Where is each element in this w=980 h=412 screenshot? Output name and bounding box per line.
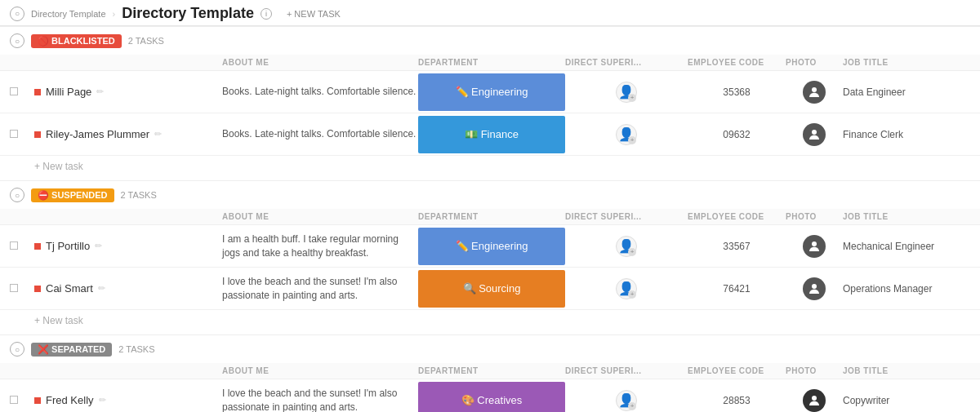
row-checkbox-mini[interactable]: [34, 89, 41, 95]
svg-point-1: [812, 130, 817, 135]
add-supervisor-icon[interactable]: +: [628, 290, 636, 299]
edit-icon[interactable]: ✏: [96, 86, 104, 97]
tasks-count-suspended: 2 TASKS: [121, 190, 157, 200]
tasks-count-separated: 2 TASKS: [118, 344, 154, 354]
sections-container: ○ 🚫 BLACKLISTED 2 TASKS ABOUT MEDEPARTME…: [0, 26, 980, 412]
section-collapse-icon-suspended[interactable]: ○: [10, 188, 24, 202]
col-header-photo: PHOTO: [786, 212, 843, 221]
dept-badge[interactable]: 🔍 Sourcing: [418, 270, 565, 308]
table-row: Cai Smart ✏ I love the beach and the sun…: [0, 268, 980, 310]
photo-avatar: [803, 81, 826, 104]
supervisor-cell: 👤 +: [565, 236, 688, 257]
supervisor-avatar[interactable]: 👤 +: [616, 236, 637, 257]
new-task-row[interactable]: + New task: [0, 156, 980, 180]
edit-icon[interactable]: ✏: [154, 129, 162, 140]
add-supervisor-icon[interactable]: +: [628, 248, 636, 256]
dept-badge[interactable]: ✏️ Engineering: [418, 228, 565, 265]
photo-cell: [786, 235, 843, 258]
row-checkbox-mini[interactable]: [34, 286, 41, 292]
col-header-about-me: ABOUT ME: [222, 212, 418, 221]
section-blacklisted: ○ 🚫 BLACKLISTED 2 TASKS ABOUT MEDEPARTME…: [0, 26, 980, 180]
about-cell: Books. Late-night talks. Comfortable sil…: [222, 127, 418, 141]
row-checkbox[interactable]: [10, 284, 18, 292]
section-collapse-icon-separated[interactable]: ○: [10, 342, 24, 357]
col-header-employee-code: EMPLOYEE CODE: [688, 58, 786, 67]
dept-badge[interactable]: ✏️ Engineering: [418, 73, 565, 111]
job-title-cell: Finance Clerk: [843, 129, 973, 140]
about-cell: I love the beach and the sunset! I'm als…: [222, 275, 418, 303]
row-checkbox[interactable]: [10, 87, 18, 95]
job-title-cell: Copywriter: [843, 395, 973, 406]
supervisor-cell: 👤 +: [565, 124, 688, 145]
photo-avatar: [803, 389, 826, 412]
employee-name: Tj Portillo: [46, 240, 90, 252]
col-header-direct-superi---: DIRECT SUPERI...: [565, 212, 688, 221]
row-checkbox[interactable]: [10, 130, 18, 138]
table-row: Riley-James Plummer ✏ Books. Late-night …: [0, 113, 980, 156]
table-header: ABOUT MEDEPARTMENTDIRECT SUPERI...EMPLOY…: [0, 55, 980, 71]
photo-avatar: [803, 123, 826, 146]
section-header-blacklisted: ○ 🚫 BLACKLISTED 2 TASKS: [0, 26, 980, 55]
col-header-department: DEPARTMENT: [418, 366, 565, 375]
about-cell: I love the beach and the sunset! I'm als…: [222, 387, 418, 412]
col-header-about-me: ABOUT ME: [222, 366, 418, 375]
col-header-job-title: JOB TITLE: [843, 58, 973, 67]
col-header-department: DEPARTMENT: [418, 58, 565, 67]
add-supervisor-icon[interactable]: +: [628, 136, 636, 144]
row-checkbox-mini[interactable]: [34, 397, 41, 404]
status-badge-suspended: ⛔ SUSPENDED: [31, 188, 114, 202]
section-suspended: ○ ⛔ SUSPENDED 2 TASKS ABOUT MEDEPARTMENT…: [0, 180, 980, 334]
section-separated: ○ ❌ SEPARATED 2 TASKS ABOUT MEDEPARTMENT…: [0, 334, 980, 412]
status-badge-blacklisted: 🚫 BLACKLISTED: [31, 34, 122, 48]
edit-icon[interactable]: ✏: [98, 283, 105, 294]
row-checkbox[interactable]: [10, 241, 18, 250]
new-task-button[interactable]: + NEW TASK: [282, 7, 345, 20]
breadcrumb: Directory Template: [31, 9, 106, 19]
page-header: ○ Directory Template › Directory Templat…: [0, 0, 980, 26]
info-icon[interactable]: i: [261, 8, 272, 20]
job-title-cell: Operations Manager: [843, 283, 973, 295]
add-supervisor-icon[interactable]: +: [628, 402, 636, 410]
supervisor-avatar[interactable]: 👤 +: [616, 124, 637, 145]
add-supervisor-icon[interactable]: +: [628, 94, 636, 102]
table-row: Milli Page ✏ Books. Late-night talks. Co…: [0, 71, 980, 113]
photo-cell: [786, 81, 843, 104]
col-header-department: DEPARTMENT: [418, 212, 565, 221]
emp-code-cell: 35368: [688, 86, 786, 98]
col-header-photo: PHOTO: [786, 58, 843, 67]
section-collapse-icon-blacklisted[interactable]: ○: [10, 33, 24, 48]
edit-icon[interactable]: ✏: [99, 395, 106, 405]
row-checkbox[interactable]: [10, 396, 18, 404]
employee-name: Cai Smart: [46, 282, 93, 295]
col-header-job-title: JOB TITLE: [843, 212, 973, 221]
supervisor-avatar[interactable]: 👤 +: [616, 82, 637, 103]
table-row: Fred Kelly ✏ I love the beach and the su…: [0, 379, 980, 412]
employee-name: Riley-James Plummer: [46, 128, 149, 140]
job-title-cell: Mechanical Engineer: [843, 241, 973, 252]
dept-badge[interactable]: 💵 Finance: [418, 116, 565, 153]
dept-badge[interactable]: 🎨 Creatives: [418, 382, 565, 413]
job-title-cell: Data Engineer: [843, 86, 973, 98]
emp-code-cell: 09632: [688, 129, 786, 140]
supervisor-avatar[interactable]: 👤 +: [616, 278, 637, 299]
edit-icon[interactable]: ✏: [95, 241, 102, 251]
tasks-count-blacklisted: 2 TASKS: [128, 36, 164, 46]
photo-avatar: [803, 277, 826, 300]
table-header: ABOUT MEDEPARTMENTDIRECT SUPERI...EMPLOY…: [0, 363, 980, 379]
col-header-job-title: JOB TITLE: [843, 366, 973, 375]
section-header-separated: ○ ❌ SEPARATED 2 TASKS: [0, 334, 980, 363]
row-checkbox-mini[interactable]: [34, 243, 41, 250]
supervisor-cell: 👤 +: [565, 82, 688, 103]
employee-name: Fred Kelly: [46, 394, 94, 406]
supervisor-avatar[interactable]: 👤 +: [616, 390, 637, 411]
col-header-employee-code: EMPLOYEE CODE: [688, 366, 786, 375]
page-title: Directory Template: [122, 5, 254, 22]
col-header-direct-superi---: DIRECT SUPERI...: [565, 366, 688, 375]
about-cell: I am a health buff. I take regular morni…: [222, 233, 418, 260]
col-header-about-me: ABOUT ME: [222, 58, 418, 67]
svg-point-0: [812, 87, 817, 92]
row-checkbox-mini[interactable]: [34, 131, 41, 138]
supervisor-cell: 👤 +: [565, 390, 688, 411]
collapse-icon[interactable]: ○: [10, 7, 24, 21]
new-task-row[interactable]: + New task: [0, 310, 980, 334]
